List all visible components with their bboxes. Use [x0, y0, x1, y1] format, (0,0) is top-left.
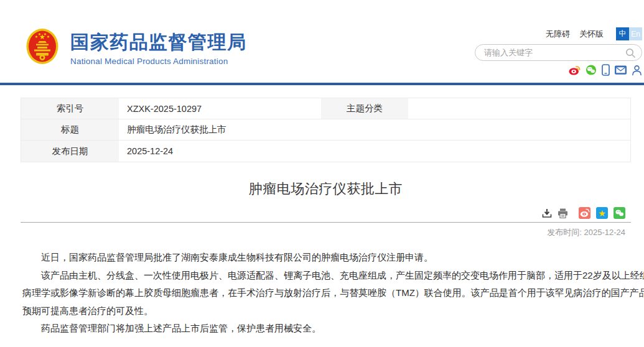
wechat-icon[interactable]: [586, 65, 597, 75]
lang-en-button[interactable]: En: [629, 27, 642, 40]
article-title: 肿瘤电场治疗仪获批上市: [21, 180, 631, 198]
care-version-link[interactable]: 关怀版: [579, 29, 604, 40]
search-icon[interactable]: [625, 47, 636, 58]
utility-bar: 无障碍 关怀版 中 En: [546, 27, 642, 40]
language-toggle: 中 En: [616, 27, 642, 40]
title-label: 标题: [21, 119, 119, 141]
accessibility-link[interactable]: 无障碍: [546, 29, 570, 40]
share-weibo-icon[interactable]: [579, 207, 590, 219]
header-social-icons: [569, 64, 642, 76]
download-icon[interactable]: [542, 208, 552, 218]
share-qzone-icon[interactable]: ★: [596, 207, 608, 219]
national-emblem-icon: ★ ★ ★ ★ ★: [26, 28, 58, 65]
publish-time-label: 发布时间:: [547, 228, 582, 237]
article-paragraph: 该产品由主机、分线盒、一次性使用电极片、电源适配器、锂离子电池、充电座组成，产生…: [22, 267, 644, 320]
publish-date-label: 发布日期: [21, 141, 119, 162]
mail-icon[interactable]: [615, 65, 627, 75]
user-icon[interactable]: [632, 65, 642, 76]
topic-category-label: 主题分类: [321, 98, 408, 119]
publish-date-value: 2025-12-24: [119, 141, 630, 162]
document-info-table: 索引号 XZXK-2025-10297 主题分类 标题 肿瘤电场治疗仪获批上市 …: [21, 98, 631, 162]
svg-text:★: ★: [38, 32, 41, 36]
share-wechat-icon[interactable]: [614, 207, 625, 219]
article-paragraph: 药品监督管理部门将加强上述产品上市后监管，保护患者用械安全。: [22, 320, 644, 338]
print-icon[interactable]: [558, 208, 568, 218]
page-content: 索引号 XZXK-2025-10297 主题分类 标题 肿瘤电场治疗仪获批上市 …: [0, 98, 644, 338]
svg-text:★: ★: [598, 208, 606, 218]
brand-text: 国家药品监督管理局 National Medical Products Admi…: [70, 28, 247, 66]
article-paragraph: 近日，国家药品监督管理局批准了湖南安泰康成生物科技有限公司的肿瘤电场治疗仪注册申…: [22, 249, 644, 267]
article-body: 近日，国家药品监督管理局批准了湖南安泰康成生物科技有限公司的肿瘤电场治疗仪注册申…: [22, 249, 644, 338]
title-value: 肿瘤电场治疗仪获批上市: [119, 119, 630, 141]
title-divider: [21, 222, 631, 223]
mobile-icon[interactable]: [602, 64, 610, 76]
topic-category-value: [408, 98, 630, 119]
lang-zh-button[interactable]: 中: [616, 27, 629, 40]
header-divider: [0, 83, 644, 85]
publish-time: 发布时间: 2025-12-24: [21, 227, 631, 238]
article-toolbar: ★: [21, 207, 631, 222]
index-number-label: 索引号: [21, 98, 119, 119]
svg-text:★: ★: [47, 35, 50, 39]
site-title: 国家药品监督管理局: [70, 33, 247, 52]
site-header: ★ ★ ★ ★ ★ 国家药品监督管理局 National Medical Pro…: [0, 0, 644, 83]
search-bar: [475, 44, 642, 61]
site-brand[interactable]: ★ ★ ★ ★ ★ 国家药品监督管理局 National Medical Pro…: [26, 28, 247, 66]
publish-time-value: 2025-12-24: [584, 228, 626, 237]
index-number-value: XZXK-2025-10297: [119, 98, 321, 119]
search-input[interactable]: [475, 48, 625, 57]
weibo-icon[interactable]: [569, 65, 581, 75]
site-subtitle: National Medical Products Administration: [70, 57, 247, 66]
